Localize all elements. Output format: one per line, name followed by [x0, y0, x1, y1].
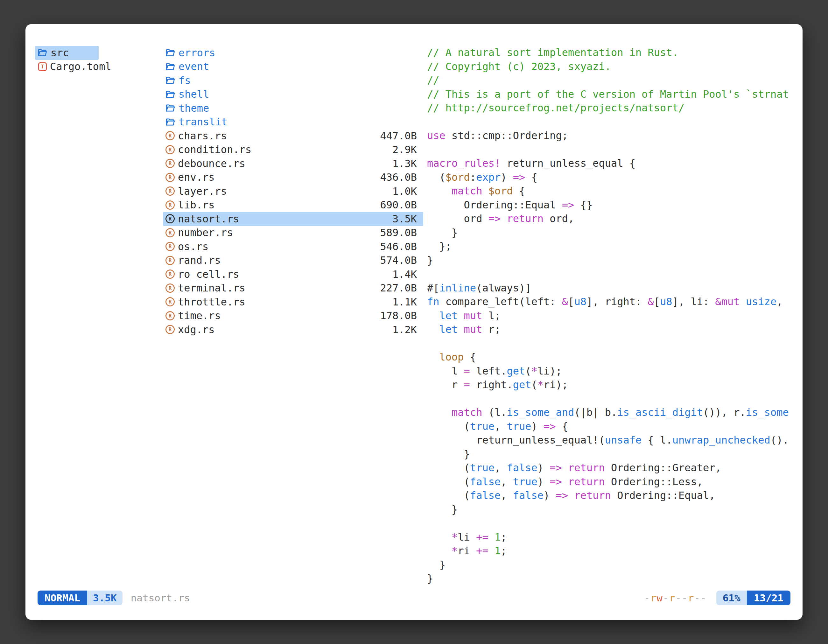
rust-file-icon: R	[165, 173, 175, 182]
code-line: (false, true) => return Ordering::Less,	[427, 475, 792, 489]
permissions: -rw-r--r--	[644, 592, 707, 603]
file-row-chars.rs[interactable]: Rchars.rs447.0B	[163, 129, 423, 143]
code-line: }	[427, 572, 792, 586]
rust-file-icon: R	[165, 297, 175, 306]
file-size: 589.0B	[380, 227, 417, 239]
code-line	[427, 143, 792, 157]
rust-file-icon: R	[165, 214, 175, 223]
file-name: event	[179, 60, 209, 72]
rust-file-icon: R	[165, 131, 175, 140]
file-name: fs	[179, 74, 191, 86]
file-name: env.rs	[178, 171, 215, 183]
file-row-ro_cell.rs[interactable]: Rro_cell.rs1.4K	[163, 267, 423, 281]
file-row-Cargo.toml[interactable]: TCargo.toml	[35, 60, 99, 74]
file-row-src[interactable]: src	[35, 46, 99, 60]
code-line: //	[427, 74, 792, 88]
file-size: 1.2K	[392, 324, 417, 336]
status-bar: NORMAL 3.5K natsort.rs -rw-r--r-- 61% 13…	[38, 591, 790, 605]
file-name: natsort.rs	[178, 213, 239, 225]
file-name: time.rs	[178, 310, 221, 322]
file-size: 2.9K	[392, 144, 417, 155]
code-line: let mut l;	[427, 309, 792, 323]
file-name: lib.rs	[178, 199, 215, 211]
file-name: Cargo.toml	[50, 60, 111, 72]
code-line: // Copyright (c) 2023, sxyazi.	[427, 60, 792, 74]
code-line: // A natural sort implementation in Rust…	[427, 46, 792, 60]
file-name: xdg.rs	[178, 324, 215, 336]
code-line	[427, 337, 792, 351]
file-row-throttle.rs[interactable]: Rthrottle.rs1.1K	[163, 295, 423, 309]
file-row-env.rs[interactable]: Renv.rs436.0B	[163, 171, 423, 185]
file-size: 447.0B	[380, 130, 417, 142]
current-pane: errorseventfsshellthemetranslitRchars.rs…	[163, 46, 423, 337]
rust-file-icon: R	[165, 159, 175, 168]
code-line	[427, 115, 792, 129]
file-row-shell[interactable]: shell	[163, 88, 423, 102]
folder-icon	[165, 75, 175, 85]
rust-file-icon: R	[165, 311, 175, 320]
rust-file-icon: R	[165, 256, 175, 265]
file-row-terminal.rs[interactable]: Rterminal.rs227.0B	[163, 281, 423, 295]
folder-icon	[165, 89, 175, 99]
file-row-event[interactable]: event	[163, 60, 423, 74]
file-row-condition.rs[interactable]: Rcondition.rs2.9K	[163, 143, 423, 157]
file-row-translit[interactable]: translit	[163, 115, 423, 129]
rust-file-icon: R	[165, 270, 175, 279]
code-line: }	[427, 503, 792, 517]
code-line: loop {	[427, 350, 792, 364]
file-name: src	[50, 47, 69, 59]
file-size: 178.0B	[380, 310, 417, 322]
file-name: rand.rs	[178, 254, 221, 266]
code-line: #[inline(always)]	[427, 281, 792, 295]
code-line: r = right.get(*ri);	[427, 378, 792, 392]
folder-icon	[165, 62, 175, 72]
rust-file-icon: R	[165, 242, 175, 251]
file-name: errors	[179, 47, 215, 59]
file-row-debounce.rs[interactable]: Rdebounce.rs1.3K	[163, 157, 423, 171]
file-size: 3.5K	[392, 213, 417, 225]
file-row-errors[interactable]: errors	[163, 46, 423, 60]
status-filename: natsort.rs	[131, 592, 190, 603]
file-row-os.rs[interactable]: Ros.rs546.0B	[163, 240, 423, 254]
code-line: ($ord:expr) => {	[427, 171, 792, 185]
code-line: l = left.get(*li);	[427, 364, 792, 378]
code-line: }	[427, 558, 792, 572]
code-line: let mut r;	[427, 323, 792, 337]
rust-file-icon: R	[165, 201, 175, 210]
code-line: (true, true) => {	[427, 420, 792, 434]
file-size: 1.1K	[392, 296, 417, 308]
file-row-theme[interactable]: theme	[163, 101, 423, 115]
cursor-position-badge: 13/21	[747, 591, 790, 605]
file-row-xdg.rs[interactable]: Rxdg.rs1.2K	[163, 323, 423, 337]
code-line: *li += 1;	[427, 530, 792, 544]
rust-file-icon: R	[165, 228, 175, 237]
folder-icon	[38, 48, 47, 58]
file-row-time.rs[interactable]: Rtime.rs178.0B	[163, 309, 423, 323]
file-size: 546.0B	[380, 241, 417, 253]
file-name: terminal.rs	[178, 282, 245, 294]
file-size: 227.0B	[380, 282, 417, 294]
rust-file-icon: R	[165, 325, 175, 334]
code-line: match (l.is_some_and(|b| b.is_ascii_digi…	[427, 406, 792, 420]
code-line	[427, 516, 792, 530]
file-row-layer.rs[interactable]: Rlayer.rs1.0K	[163, 184, 423, 198]
code-line: return_unless_equal!(unsafe { l.unwrap_u…	[427, 433, 792, 447]
file-row-number.rs[interactable]: Rnumber.rs589.0B	[163, 226, 423, 240]
preview-pane[interactable]: // A natural sort implementation in Rust…	[427, 46, 792, 589]
rust-file-icon: R	[165, 145, 175, 154]
file-row-rand.rs[interactable]: Rrand.rs574.0B	[163, 254, 423, 268]
code-line: (true, false) => return Ordering::Greate…	[427, 461, 792, 475]
scroll-percent-badge: 61%	[716, 591, 747, 605]
file-name: translit	[179, 116, 227, 128]
yazi-window: srcTCargo.toml errorseventfsshellthemetr…	[25, 24, 803, 620]
toml-file-icon: T	[38, 63, 47, 71]
file-size: 1.4K	[392, 268, 417, 280]
rust-file-icon: R	[165, 186, 175, 196]
file-name: layer.rs	[178, 185, 227, 197]
file-row-fs[interactable]: fs	[163, 74, 423, 88]
file-size: 690.0B	[380, 199, 417, 211]
code-line: // This is a port of the C version of Ma…	[427, 88, 792, 102]
file-row-lib.rs[interactable]: Rlib.rs690.0B	[163, 198, 423, 212]
file-size-badge: 3.5K	[87, 591, 122, 605]
file-row-natsort.rs[interactable]: Rnatsort.rs3.5K	[163, 212, 423, 226]
